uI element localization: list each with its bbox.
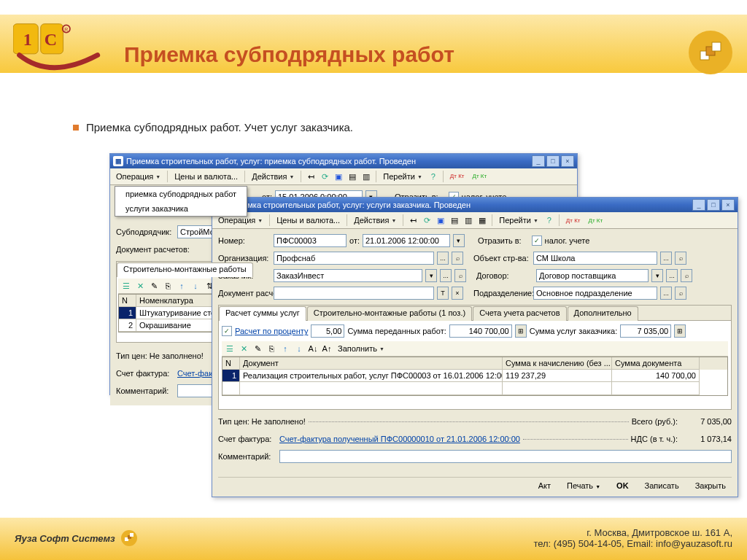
settlement-doc-input[interactable] (274, 287, 434, 300)
down-icon[interactable]: ↓ (293, 343, 305, 354)
menu-item-customer-services[interactable]: услуги заказчика (115, 201, 247, 216)
customer-input[interactable]: ЗаказИнвест (274, 269, 422, 282)
percent-input[interactable]: 5,00 (311, 324, 344, 338)
select-button[interactable]: T (437, 287, 449, 300)
table-row[interactable]: 1 Реализация строительных работ, услуг П… (222, 370, 727, 382)
nav-back-icon[interactable]: ↤ (407, 214, 419, 226)
dtkt1-icon[interactable]: Дт Кт (563, 217, 584, 225)
select-button[interactable]: ... (440, 269, 452, 282)
minimize-button[interactable]: _ (532, 155, 545, 167)
tb-operation[interactable]: Операция▼ (215, 215, 266, 225)
dtkt2-icon[interactable]: Дт Кт (586, 217, 606, 225)
lookup-button[interactable]: ⌕ (675, 287, 686, 300)
tb-goto[interactable]: Перейти▼ (380, 171, 425, 182)
comment-input[interactable] (279, 450, 732, 463)
dtkt1-icon[interactable]: Дт Кт (447, 173, 468, 180)
lookup-button[interactable]: ⌕ (681, 269, 692, 282)
number-input[interactable]: ПФС00003 (274, 234, 347, 247)
close-button[interactable]: Закрыть (689, 480, 732, 491)
close-button[interactable]: × (721, 199, 735, 211)
refresh-icon[interactable]: ⟳ (319, 171, 330, 182)
select-button[interactable]: ... (437, 252, 449, 265)
del-row-icon[interactable]: ✕ (134, 280, 146, 292)
dropdown-button[interactable]: ▾ (651, 269, 663, 282)
doc2-icon[interactable]: ▥ (462, 214, 474, 226)
lookup-button[interactable]: ⌕ (452, 252, 463, 265)
invoice-link[interactable]: Счет-фактура полученный ПФС00000010 от 2… (279, 435, 520, 443)
tb-actions[interactable]: Действия▼ (249, 171, 297, 182)
refresh-icon[interactable]: ⟳ (421, 214, 433, 226)
contract-input[interactable]: Договор поставщика (536, 269, 649, 282)
date-picker-button[interactable]: ▾ (453, 234, 465, 247)
tab-extra[interactable]: Дополнительно (568, 306, 638, 321)
svg-rect-11 (130, 533, 133, 537)
copy-row-icon[interactable]: ⎘ (266, 343, 277, 354)
help-icon[interactable]: ? (543, 214, 555, 226)
doc-icon[interactable]: ▤ (449, 214, 460, 226)
maximize-button[interactable]: □ (707, 199, 720, 211)
del-row-icon[interactable]: ✕ (238, 343, 249, 354)
print-button[interactable]: Печать ▼ (561, 480, 606, 491)
select-button[interactable]: ... (660, 287, 672, 300)
department-input[interactable]: Основное подразделение (533, 287, 657, 300)
edit-row-icon[interactable]: ✎ (252, 343, 263, 354)
sum-transferred-input[interactable]: 140 700,00 (449, 324, 512, 338)
tab-calc[interactable]: Расчет суммы услуг (219, 306, 306, 321)
nalog-checkbox[interactable]: ✓ (532, 236, 542, 246)
help-icon[interactable]: ? (427, 171, 439, 182)
up-icon[interactable]: ↑ (176, 280, 187, 292)
object-input[interactable]: СМ Школа (533, 252, 657, 265)
titlebar[interactable]: ▦ Приемка строительных работ, услуг: усл… (212, 198, 738, 212)
window-title: Приемка строительных работ, услуг: прием… (126, 157, 416, 166)
save-button[interactable]: Записать (639, 480, 685, 491)
doc-icon[interactable]: ▤ (347, 171, 358, 182)
copy-row-icon[interactable]: ⎘ (162, 280, 174, 292)
act-button[interactable]: Акт (533, 480, 557, 491)
save-icon[interactable]: ▣ (333, 171, 344, 182)
edit-row-icon[interactable]: ✎ (148, 280, 160, 292)
tb-actions[interactable]: Действия▼ (351, 215, 399, 225)
select-button[interactable]: ... (666, 269, 678, 282)
app-icon: ▦ (113, 156, 123, 166)
tb-prices[interactable]: Цены и валюта... (171, 171, 241, 182)
add-row-icon[interactable]: ☰ (224, 343, 236, 354)
doc2-icon[interactable]: ▥ (360, 171, 372, 182)
operation-menu: приемка субподрядных работ услуги заказч… (115, 186, 247, 217)
calc-by-pct-checkbox[interactable]: ✓ (222, 326, 232, 336)
dropdown-button[interactable]: ▾ (425, 269, 437, 282)
doc3-icon[interactable]: ▦ (476, 214, 488, 226)
date-input[interactable]: 21.01.2006 12:00:00 (363, 234, 450, 247)
svg-text:R: R (64, 27, 68, 32)
nav-back-icon[interactable]: ↤ (305, 171, 317, 182)
lookup-button[interactable]: ⌕ (454, 269, 466, 282)
calc-button[interactable]: ⊞ (515, 324, 527, 338)
close-button[interactable]: × (561, 155, 574, 167)
total-value: 7 035,00 (681, 417, 732, 426)
menu-item-subcontract[interactable]: приемка субподрядных работ (115, 187, 247, 201)
clear-button[interactable]: × (452, 287, 463, 300)
titlebar[interactable]: ▦ Приемка строительных работ, услуг: при… (110, 154, 577, 168)
fill-button[interactable]: Заполнить▼ (335, 343, 387, 354)
org-input[interactable]: Профснаб (274, 252, 434, 265)
tab-smr[interactable]: Строительно-монтажные работы (1 поз.) (307, 306, 472, 321)
tb-prices[interactable]: Цены и валюта... (274, 215, 343, 225)
sort-desc-icon[interactable]: A↑ (321, 343, 333, 354)
down-icon[interactable]: ↓ (190, 280, 201, 292)
sum-services-input[interactable]: 7 035,00 (620, 324, 671, 338)
sort-asc-icon[interactable]: A↓ (307, 343, 319, 354)
calc-button[interactable]: ⊞ (674, 324, 686, 338)
ok-button[interactable]: OK (611, 480, 635, 491)
up-icon[interactable]: ↑ (279, 343, 291, 354)
lookup-button[interactable]: ⌕ (675, 252, 686, 265)
tb-goto[interactable]: Перейти▼ (496, 215, 541, 225)
save-icon[interactable]: ▣ (435, 214, 446, 226)
toolbar: Операция▼ Цены и валюта... Действия▼ ↤ ⟳… (110, 168, 577, 185)
tab-accounts[interactable]: Счета учета расчетов (473, 306, 566, 321)
minimize-button[interactable]: _ (692, 199, 705, 211)
dtkt2-icon[interactable]: Дт Кт (470, 173, 490, 180)
add-row-icon[interactable]: ☰ (120, 280, 132, 292)
tab-smr[interactable]: Строительно-монтажные работы (117, 262, 253, 277)
select-button[interactable]: ... (660, 252, 672, 265)
tb-operation[interactable]: Операция▼ (113, 171, 163, 182)
maximize-button[interactable]: □ (546, 155, 560, 167)
